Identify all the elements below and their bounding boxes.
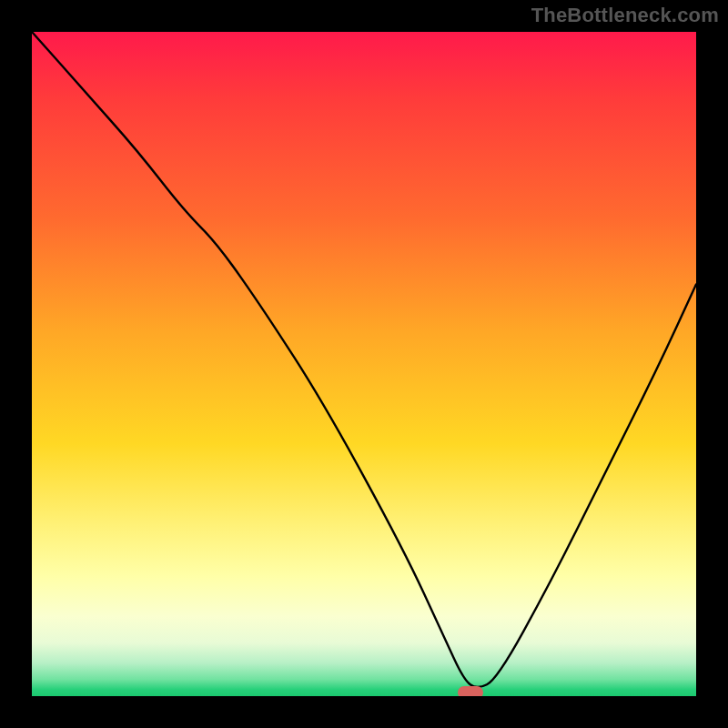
bottleneck-curve (32, 32, 696, 687)
plot-area (32, 32, 696, 696)
curve-svg (32, 32, 696, 696)
optimal-point-marker (458, 686, 483, 696)
watermark-text: TheBottleneck.com (531, 4, 719, 27)
chart-frame: TheBottleneck.com (0, 0, 728, 728)
